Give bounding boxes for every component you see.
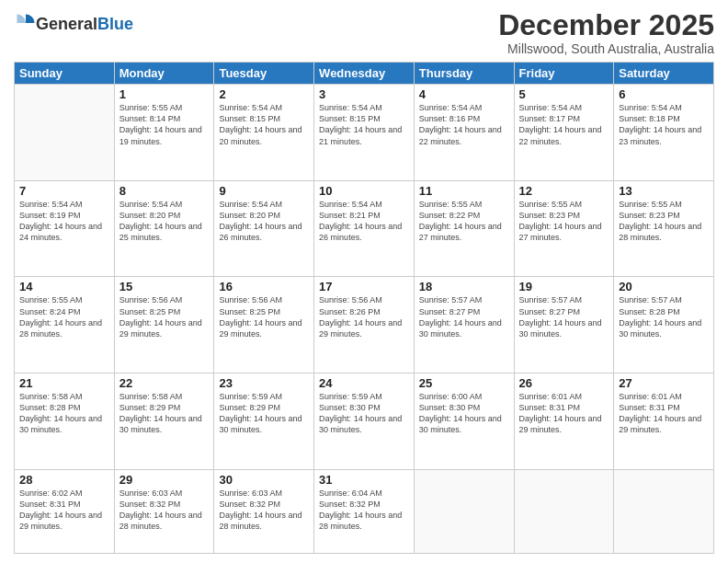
day-number: 29 — [119, 473, 210, 487]
weekday-header-row: Sunday Monday Tuesday Wednesday Thursday… — [15, 63, 714, 85]
day-number: 23 — [219, 376, 309, 390]
table-row: 5Sunrise: 5:54 AMSunset: 8:17 PMDaylight… — [514, 85, 614, 181]
table-row — [414, 469, 514, 553]
header-saturday: Saturday — [614, 63, 714, 85]
cell-content: Sunrise: 5:54 AMSunset: 8:21 PMDaylight:… — [319, 199, 409, 244]
day-number: 22 — [119, 376, 210, 390]
logo-general-text: General — [36, 15, 97, 33]
day-number: 6 — [619, 87, 709, 101]
cell-content: Sunrise: 5:55 AMSunset: 8:23 PMDaylight:… — [519, 199, 609, 244]
day-number: 20 — [619, 280, 709, 293]
table-row: 29Sunrise: 6:03 AMSunset: 8:32 PMDayligh… — [114, 469, 214, 553]
cell-content: Sunrise: 5:54 AMSunset: 8:20 PMDaylight:… — [219, 199, 309, 244]
table-row: 3Sunrise: 5:54 AMSunset: 8:15 PMDaylight… — [314, 85, 415, 181]
table-row: 8Sunrise: 5:54 AMSunset: 8:20 PMDaylight… — [114, 180, 214, 277]
header-tuesday: Tuesday — [214, 63, 314, 85]
cell-content: Sunrise: 5:56 AMSunset: 8:25 PMDaylight:… — [219, 294, 309, 339]
table-row: 10Sunrise: 5:54 AMSunset: 8:21 PMDayligh… — [314, 180, 415, 277]
cell-content: Sunrise: 5:57 AMSunset: 8:27 PMDaylight:… — [419, 294, 509, 339]
table-row — [15, 85, 115, 181]
table-row: 26Sunrise: 6:01 AMSunset: 8:31 PMDayligh… — [514, 373, 614, 470]
header-thursday: Thursday — [414, 63, 514, 85]
cell-content: Sunrise: 5:59 AMSunset: 8:29 PMDaylight:… — [219, 391, 309, 436]
day-number: 28 — [19, 473, 109, 487]
day-number: 7 — [19, 184, 109, 198]
day-number: 10 — [319, 184, 409, 198]
day-number: 18 — [419, 280, 509, 293]
day-number: 16 — [219, 280, 309, 293]
cell-content: Sunrise: 5:56 AMSunset: 8:26 PMDaylight:… — [319, 294, 409, 339]
table-row: 14Sunrise: 5:55 AMSunset: 8:24 PMDayligh… — [15, 277, 115, 373]
calendar-week-row: 28Sunrise: 6:02 AMSunset: 8:31 PMDayligh… — [15, 469, 714, 553]
table-row: 24Sunrise: 5:59 AMSunset: 8:30 PMDayligh… — [314, 373, 415, 470]
day-number: 5 — [519, 87, 609, 101]
day-number: 25 — [419, 376, 509, 390]
day-number: 2 — [219, 87, 309, 101]
cell-content: Sunrise: 6:01 AMSunset: 8:31 PMDaylight:… — [619, 391, 709, 436]
day-number: 9 — [219, 184, 309, 198]
day-number: 15 — [119, 280, 210, 293]
table-row: 23Sunrise: 5:59 AMSunset: 8:29 PMDayligh… — [214, 373, 314, 470]
cell-content: Sunrise: 6:01 AMSunset: 8:31 PMDaylight:… — [519, 391, 609, 436]
table-row: 17Sunrise: 5:56 AMSunset: 8:26 PMDayligh… — [314, 277, 415, 373]
day-number: 31 — [319, 473, 409, 487]
cell-content: Sunrise: 5:54 AMSunset: 8:15 PMDaylight:… — [319, 102, 409, 147]
calendar-week-row: 14Sunrise: 5:55 AMSunset: 8:24 PMDayligh… — [15, 277, 714, 373]
calendar-subtitle: Millswood, South Australia, Australia — [498, 41, 714, 56]
day-number: 26 — [519, 376, 609, 390]
header-friday: Friday — [514, 63, 614, 85]
cell-content: Sunrise: 5:54 AMSunset: 8:17 PMDaylight:… — [519, 102, 609, 147]
calendar-week-row: 21Sunrise: 5:58 AMSunset: 8:28 PMDayligh… — [15, 373, 714, 470]
table-row: 9Sunrise: 5:54 AMSunset: 8:20 PMDaylight… — [214, 180, 314, 277]
day-number: 1 — [119, 87, 210, 101]
table-row: 11Sunrise: 5:55 AMSunset: 8:22 PMDayligh… — [414, 180, 514, 277]
cell-content: Sunrise: 5:55 AMSunset: 8:24 PMDaylight:… — [19, 294, 109, 339]
table-row: 28Sunrise: 6:02 AMSunset: 8:31 PMDayligh… — [15, 469, 115, 553]
day-number: 17 — [319, 280, 409, 293]
cell-content: Sunrise: 5:54 AMSunset: 8:15 PMDaylight:… — [219, 102, 309, 147]
table-row: 12Sunrise: 5:55 AMSunset: 8:23 PMDayligh… — [514, 180, 614, 277]
header: GeneralBlue December 2025 Millswood, Sou… — [14, 9, 714, 56]
table-row: 30Sunrise: 6:03 AMSunset: 8:32 PMDayligh… — [214, 469, 314, 553]
page: GeneralBlue December 2025 Millswood, Sou… — [0, 0, 728, 563]
day-number: 4 — [419, 87, 509, 101]
header-sunday: Sunday — [15, 63, 115, 85]
table-row: 31Sunrise: 6:04 AMSunset: 8:32 PMDayligh… — [314, 469, 415, 553]
calendar-table: Sunday Monday Tuesday Wednesday Thursday… — [14, 62, 714, 554]
title-block: December 2025 Millswood, South Australia… — [498, 9, 714, 56]
table-row — [514, 469, 614, 553]
day-number: 14 — [19, 280, 109, 293]
table-row: 16Sunrise: 5:56 AMSunset: 8:25 PMDayligh… — [214, 277, 314, 373]
cell-content: Sunrise: 5:54 AMSunset: 8:19 PMDaylight:… — [19, 199, 109, 244]
table-row: 2Sunrise: 5:54 AMSunset: 8:15 PMDaylight… — [214, 85, 314, 181]
cell-content: Sunrise: 5:57 AMSunset: 8:27 PMDaylight:… — [519, 294, 609, 339]
calendar-title: December 2025 — [498, 9, 714, 41]
day-number: 24 — [319, 376, 409, 390]
cell-content: Sunrise: 5:54 AMSunset: 8:18 PMDaylight:… — [619, 102, 709, 147]
cell-content: Sunrise: 5:58 AMSunset: 8:29 PMDaylight:… — [119, 391, 210, 436]
day-number: 19 — [519, 280, 609, 293]
day-number: 30 — [219, 473, 309, 487]
table-row: 6Sunrise: 5:54 AMSunset: 8:18 PMDaylight… — [614, 85, 714, 181]
cell-content: Sunrise: 5:54 AMSunset: 8:20 PMDaylight:… — [119, 199, 210, 244]
day-number: 27 — [619, 376, 709, 390]
calendar-week-row: 1Sunrise: 5:55 AMSunset: 8:14 PMDaylight… — [15, 85, 714, 181]
day-number: 11 — [419, 184, 509, 198]
cell-content: Sunrise: 5:58 AMSunset: 8:28 PMDaylight:… — [19, 391, 109, 436]
table-row: 13Sunrise: 5:55 AMSunset: 8:23 PMDayligh… — [614, 180, 714, 277]
cell-content: Sunrise: 6:03 AMSunset: 8:32 PMDaylight:… — [219, 488, 309, 533]
header-monday: Monday — [114, 63, 214, 85]
cell-content: Sunrise: 5:55 AMSunset: 8:22 PMDaylight:… — [419, 199, 509, 244]
logo-icon — [16, 13, 36, 33]
header-wednesday: Wednesday — [314, 63, 415, 85]
logo-blue-text: Blue — [97, 15, 133, 33]
cell-content: Sunrise: 6:00 AMSunset: 8:30 PMDaylight:… — [419, 391, 509, 436]
day-number: 8 — [119, 184, 210, 198]
table-row: 25Sunrise: 6:00 AMSunset: 8:30 PMDayligh… — [414, 373, 514, 470]
cell-content: Sunrise: 5:59 AMSunset: 8:30 PMDaylight:… — [319, 391, 409, 436]
cell-content: Sunrise: 6:04 AMSunset: 8:32 PMDaylight:… — [319, 488, 409, 533]
table-row: 7Sunrise: 5:54 AMSunset: 8:19 PMDaylight… — [15, 180, 115, 277]
table-row: 19Sunrise: 5:57 AMSunset: 8:27 PMDayligh… — [514, 277, 614, 373]
calendar-week-row: 7Sunrise: 5:54 AMSunset: 8:19 PMDaylight… — [15, 180, 714, 277]
cell-content: Sunrise: 5:54 AMSunset: 8:16 PMDaylight:… — [419, 102, 509, 147]
